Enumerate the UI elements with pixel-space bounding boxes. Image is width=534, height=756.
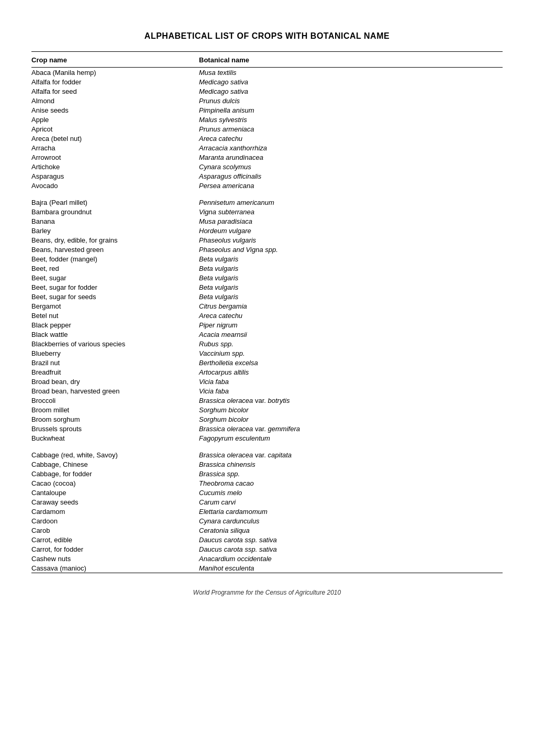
table-row: CardoonCynara cardunculus xyxy=(31,516,503,525)
table-row: ArtichokeCynara scolymus xyxy=(31,162,503,171)
botanical-name-cell: Asparagus officinalis xyxy=(199,171,503,181)
table-row: Beet, fodder (mangel)Beta vulgaris xyxy=(31,254,503,264)
crop-name-cell: Cabbage, for fodder xyxy=(31,469,199,478)
col-header-crop: Crop name xyxy=(31,52,199,68)
table-row: ApricotPrunus armeniaca xyxy=(31,124,503,134)
table-row: Blackberries of various speciesRubus spp… xyxy=(31,339,503,348)
botanical-name-cell: Fagopyrum esculentum xyxy=(199,433,503,443)
botanical-name-cell: Medicago sativa xyxy=(199,86,503,96)
crop-name-cell: Cabbage, Chinese xyxy=(31,459,199,469)
table-row: ArrachaArracacia xanthorrhiza xyxy=(31,143,503,152)
crop-name-cell: Beet, sugar xyxy=(31,273,199,282)
botanical-name-cell: Phaseolus vulgaris xyxy=(199,235,503,245)
table-row: Alfalfa for seedMedicago sativa xyxy=(31,86,503,96)
botanical-name-cell: Carum carvi xyxy=(199,497,503,507)
botanical-name-cell: Beta vulgaris xyxy=(199,282,503,292)
table-row: Bambara groundnutVigna subterranea xyxy=(31,207,503,216)
table-row: Cabbage, ChineseBrassica chinensis xyxy=(31,459,503,469)
botanical-name-cell: Areca catechu xyxy=(199,134,503,143)
crop-name-cell: Broad bean, dry xyxy=(31,377,199,386)
table-row: Broad bean, dryVicia faba xyxy=(31,377,503,386)
crop-name-cell: Broccoli xyxy=(31,396,199,405)
crop-name-cell: Bergamot xyxy=(31,301,199,311)
crop-name-cell: Abaca (Manila hemp) xyxy=(31,68,199,78)
botanical-name-cell: Ceratonia siliqua xyxy=(199,525,503,535)
crop-name-cell: Cardoon xyxy=(31,516,199,525)
table-row: BuckwheatFagopyrum esculentum xyxy=(31,433,503,443)
botanical-name-cell: Sorghum bicolor xyxy=(199,405,503,414)
footer-text: World Programme for the Census of Agricu… xyxy=(31,589,503,596)
botanical-name-cell: Vigna subterranea xyxy=(199,207,503,216)
botanical-name-cell: Medicago sativa xyxy=(199,77,503,86)
crop-name-cell: Broom millet xyxy=(31,405,199,414)
table-row: CardamomElettaria cardamomum xyxy=(31,507,503,516)
crop-name-cell: Almond xyxy=(31,96,199,105)
botanical-name-cell: Artocarpus altilis xyxy=(199,367,503,377)
crop-name-cell: Cardamom xyxy=(31,507,199,516)
table-row: BergamotCitrus bergamia xyxy=(31,301,503,311)
botanical-name-cell: Sorghum bicolor xyxy=(199,414,503,424)
botanical-name-cell: Beta vulgaris xyxy=(199,264,503,273)
botanical-name-cell: Vicia faba xyxy=(199,386,503,396)
table-row: BananaMusa paradisiaca xyxy=(31,216,503,226)
table-row: Brussels sproutsBrassica oleracea var. g… xyxy=(31,424,503,433)
table-row: Cabbage (red, white, Savoy)Brassica oler… xyxy=(31,450,503,459)
botanical-name-cell: Vaccinium spp. xyxy=(199,348,503,358)
crop-name-cell: Black wattle xyxy=(31,330,199,339)
crop-name-cell: Areca (betel nut) xyxy=(31,134,199,143)
botanical-name-cell: Malus sylvestris xyxy=(199,115,503,124)
table-row: Cassava (manioc)Manihot esculenta xyxy=(31,563,503,573)
table-row: BlueberryVaccinium spp. xyxy=(31,348,503,358)
table-row: CarobCeratonia siliqua xyxy=(31,525,503,535)
botanical-name-cell: Cynara cardunculus xyxy=(199,516,503,525)
table-row: Brazil nutBertholletia excelsa xyxy=(31,358,503,367)
botanical-name-cell: Beta vulgaris xyxy=(199,273,503,282)
table-row: Carrot, edibleDaucus carota ssp. sativa xyxy=(31,535,503,544)
crop-name-cell: Beans, harvested green xyxy=(31,245,199,254)
table-row: Broom sorghumSorghum bicolor xyxy=(31,414,503,424)
botanical-name-cell: Piper nigrum xyxy=(199,320,503,330)
crop-name-cell: Alfalfa for fodder xyxy=(31,77,199,86)
crop-name-cell: Blueberry xyxy=(31,348,199,358)
botanical-name-cell: Pimpinella anisum xyxy=(199,105,503,115)
botanical-name-cell: Vicia faba xyxy=(199,377,503,386)
table-container: Crop name Botanical name Abaca (Manila h… xyxy=(31,52,503,573)
table-row: Betel nutAreca catechu xyxy=(31,311,503,320)
botanical-name-cell: Theobroma cacao xyxy=(199,478,503,488)
botanical-name-cell: Citrus bergamia xyxy=(199,301,503,311)
table-row: BarleyHordeum vulgare xyxy=(31,226,503,235)
crop-name-cell: Carob xyxy=(31,525,199,535)
botanical-name-cell: Areca catechu xyxy=(199,311,503,320)
botanical-name-cell: Prunus dulcis xyxy=(199,96,503,105)
botanical-name-cell: Cynara scolymus xyxy=(199,162,503,171)
table-row: Abaca (Manila hemp)Musa textilis xyxy=(31,68,503,78)
table-header-row: Crop name Botanical name xyxy=(31,52,503,68)
crop-name-cell: Cantaloupe xyxy=(31,488,199,497)
botanical-name-cell: Brassica oleracea var. capitata xyxy=(199,450,503,459)
table-row: AsparagusAsparagus officinalis xyxy=(31,171,503,181)
table-row: AlmondPrunus dulcis xyxy=(31,96,503,105)
table-row: CantaloupeCucumis melo xyxy=(31,488,503,497)
crop-name-cell: Cacao (cocoa) xyxy=(31,478,199,488)
crop-name-cell: Arracha xyxy=(31,143,199,152)
crop-name-cell: Carrot, edible xyxy=(31,535,199,544)
botanical-name-cell: Bertholletia excelsa xyxy=(199,358,503,367)
botanical-name-cell: Brassica oleracea var. botrytis xyxy=(199,396,503,405)
crop-name-cell: Beet, sugar for fodder xyxy=(31,282,199,292)
table-row: Bajra (Pearl millet)Pennisetum americanu… xyxy=(31,198,503,207)
table-row: Alfalfa for fodderMedicago sativa xyxy=(31,77,503,86)
botanical-name-cell: Elettaria cardamomum xyxy=(199,507,503,516)
page-title: ALPHABETICAL LIST OF CROPS WITH BOTANICA… xyxy=(31,31,503,41)
botanical-name-cell: Cucumis melo xyxy=(199,488,503,497)
table-row: ArrowrootMaranta arundinacea xyxy=(31,152,503,162)
table-row: Beet, sugar for fodderBeta vulgaris xyxy=(31,282,503,292)
crop-name-cell: Breadfruit xyxy=(31,367,199,377)
table-row: AvocadoPersea americana xyxy=(31,181,503,190)
botanical-name-cell: Phaseolus and Vigna spp. xyxy=(199,245,503,254)
crop-name-cell: Buckwheat xyxy=(31,433,199,443)
crop-name-cell: Beet, fodder (mangel) xyxy=(31,254,199,264)
crop-name-cell: Beet, red xyxy=(31,264,199,273)
table-row: Cashew nutsAnacardium occidentale xyxy=(31,554,503,563)
crop-name-cell: Bambara groundnut xyxy=(31,207,199,216)
table-row: Beet, sugar for seedsBeta vulgaris xyxy=(31,292,503,301)
